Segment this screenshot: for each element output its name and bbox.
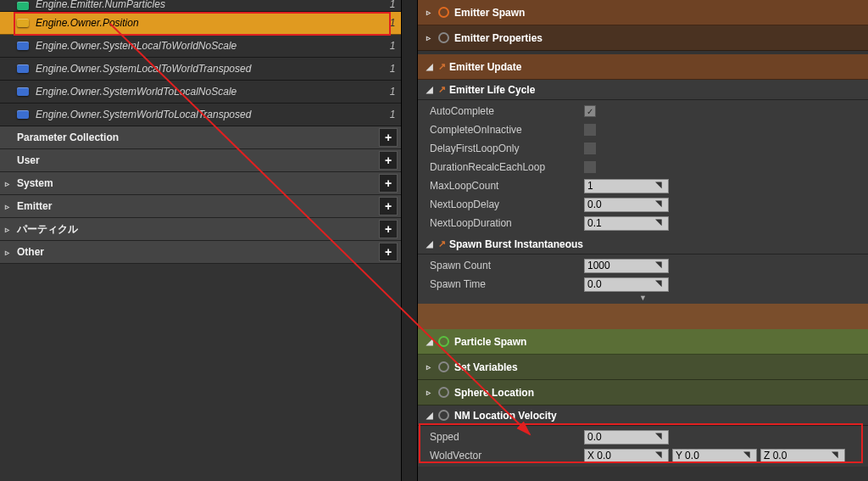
type-pin-icon xyxy=(17,110,29,119)
property-row: Spawn Time 0.0◥ xyxy=(418,275,868,294)
type-pin-icon xyxy=(17,19,29,27)
param-row[interactable]: Engine.Emitter.NumParticles 1 xyxy=(0,0,401,12)
module-spawn-burst[interactable]: ◢ ↗ Spawn Burst Instantaneous xyxy=(418,234,868,254)
module-set-variables[interactable]: ▹ Set Variables xyxy=(418,355,868,380)
stage-gap xyxy=(418,304,868,329)
property-label: NextLoopDuration xyxy=(430,217,584,229)
module-emitter-properties[interactable]: ▹ Emitter Properties xyxy=(418,25,868,51)
dropdown-icon[interactable]: ◥ xyxy=(655,217,667,229)
section-particle[interactable]: ▹ パーティクル + xyxy=(0,218,401,241)
param-count: 1 xyxy=(384,86,401,98)
section-emitter[interactable]: ▹ Emitter + xyxy=(0,195,401,218)
param-row[interactable]: Engine.Owner.SystemWorldToLocalNoScale 1 xyxy=(0,81,401,103)
spawn-burst-properties: Spawn Count 1000◥ Spawn Time 0.0◥ ▼ xyxy=(418,254,868,304)
module-emitter-update[interactable]: ◢ ↗ Emitter Update xyxy=(418,54,868,80)
module-icon xyxy=(438,410,449,421)
number-input[interactable]: 0.0◥ xyxy=(584,430,669,445)
type-pin-icon xyxy=(17,2,29,10)
vector-z-input[interactable]: Z 0.0◥ xyxy=(760,449,845,463)
module-icon xyxy=(438,387,449,398)
dropdown-icon[interactable]: ◥ xyxy=(655,260,667,271)
caret-icon: ▹ xyxy=(5,248,14,257)
dropdown-icon[interactable]: ◥ xyxy=(655,450,667,461)
section-user[interactable]: User + xyxy=(0,149,401,172)
checkbox[interactable] xyxy=(584,143,596,154)
number-input[interactable]: 0.0◥ xyxy=(584,198,669,212)
section-other[interactable]: ▹ Other + xyxy=(0,241,401,264)
param-label: Engine.Owner.Position xyxy=(36,17,384,29)
dropdown-icon[interactable]: ◥ xyxy=(655,278,667,290)
dropdown-icon[interactable]: ◥ xyxy=(743,450,755,461)
property-row: Spawn Count 1000◥ xyxy=(418,256,868,275)
section-label: パーティクル xyxy=(17,222,379,237)
stage-icon xyxy=(438,7,449,18)
property-row-speed: Spped 0.0◥ xyxy=(418,428,868,446)
param-count: 1 xyxy=(384,17,401,29)
property-label: Spawn Time xyxy=(430,278,584,290)
number-input[interactable]: 0.1◥ xyxy=(584,216,669,231)
property-label: DelayFirstLoopOnly xyxy=(430,143,584,154)
module-nm-loc-velocity[interactable]: ◢ NM Location Velocity xyxy=(418,405,868,426)
section-parameter-collection[interactable]: Parameter Collection + xyxy=(0,126,401,149)
caret-icon: ▹ xyxy=(426,8,438,17)
value: X 0.0 xyxy=(587,450,611,461)
property-label: NextLoopDelay xyxy=(430,199,584,210)
number-input[interactable]: 0.0◥ xyxy=(584,277,669,292)
caret-icon: ◢ xyxy=(426,411,438,420)
value: 0.0 xyxy=(587,431,602,443)
property-label: AutoComplete xyxy=(430,105,584,117)
module-title: Emitter Properties xyxy=(454,32,542,44)
checkbox[interactable] xyxy=(584,161,596,173)
expand-more-icon[interactable]: ▼ xyxy=(418,294,868,302)
dropdown-icon[interactable]: ◥ xyxy=(655,180,667,192)
stage-arrow-icon: ↗ xyxy=(438,61,446,72)
dropdown-icon[interactable]: ◥ xyxy=(655,431,667,443)
section-label: System xyxy=(17,177,379,189)
dropdown-icon[interactable]: ◥ xyxy=(655,199,667,210)
add-button[interactable]: + xyxy=(379,151,398,170)
value: 0.0 xyxy=(587,199,602,210)
module-sphere-location[interactable]: ▹ Sphere Location xyxy=(418,380,868,405)
module-stack-panel: ▹ Emitter Spawn ▹ Emitter Properties ◢ ↗… xyxy=(418,0,868,481)
vector-y-input[interactable]: Y 0.0◥ xyxy=(672,449,757,463)
value: 0.1 xyxy=(587,217,602,229)
add-button[interactable]: + xyxy=(379,220,398,238)
param-label: Engine.Emitter.NumParticles xyxy=(36,0,384,10)
module-icon xyxy=(438,32,449,43)
empty-area xyxy=(0,264,401,481)
param-count: 1 xyxy=(384,63,401,75)
value: 1 xyxy=(587,180,593,192)
add-button[interactable]: + xyxy=(379,197,398,215)
section-label: User xyxy=(17,154,379,166)
checkbox[interactable]: ✓ xyxy=(584,105,596,117)
section-system[interactable]: ▹ System + xyxy=(0,172,401,195)
caret-icon: ◢ xyxy=(426,62,438,71)
number-input[interactable]: 1000◥ xyxy=(584,259,669,273)
param-row[interactable]: Engine.Owner.SystemLocalToWorldTranspose… xyxy=(0,58,401,81)
vector-x-input[interactable]: X 0.0◥ xyxy=(584,449,669,463)
add-button[interactable]: + xyxy=(379,128,398,147)
module-emitter-spawn[interactable]: ▹ Emitter Spawn xyxy=(418,0,868,25)
module-title: Particle Spawn xyxy=(454,336,526,348)
param-label: Engine.Owner.SystemLocalToWorldTranspose… xyxy=(36,63,384,75)
module-icon xyxy=(438,361,449,372)
vector-input: X 0.0◥ Y 0.0◥ Z 0.0◥ xyxy=(584,449,845,463)
dropdown-icon[interactable]: ◥ xyxy=(832,450,843,461)
param-count: 1 xyxy=(384,0,401,10)
property-row: NextLoopDelay 0.0◥ xyxy=(418,195,868,214)
stage-icon xyxy=(438,336,449,347)
type-pin-icon xyxy=(17,87,29,96)
value: 1000 xyxy=(587,260,610,271)
property-row: NextLoopDuration 0.1◥ xyxy=(418,214,868,232)
add-button[interactable]: + xyxy=(379,243,398,261)
type-pin-icon xyxy=(17,64,29,73)
param-row-selected[interactable]: Engine.Owner.Position 1 xyxy=(0,12,401,35)
module-particle-spawn[interactable]: ◢ Particle Spawn xyxy=(418,329,868,355)
module-life-cycle[interactable]: ◢ ↗ Emitter Life Cycle xyxy=(418,80,868,100)
param-row[interactable]: Engine.Owner.SystemWorldToLocalTranspose… xyxy=(0,103,401,126)
param-row[interactable]: Engine.Owner.SystemLocalToWorldNoScale 1 xyxy=(0,35,401,58)
add-button[interactable]: + xyxy=(379,174,398,193)
checkbox[interactable] xyxy=(584,124,596,136)
panel-splitter[interactable] xyxy=(401,0,418,481)
number-input[interactable]: 1◥ xyxy=(584,179,669,193)
